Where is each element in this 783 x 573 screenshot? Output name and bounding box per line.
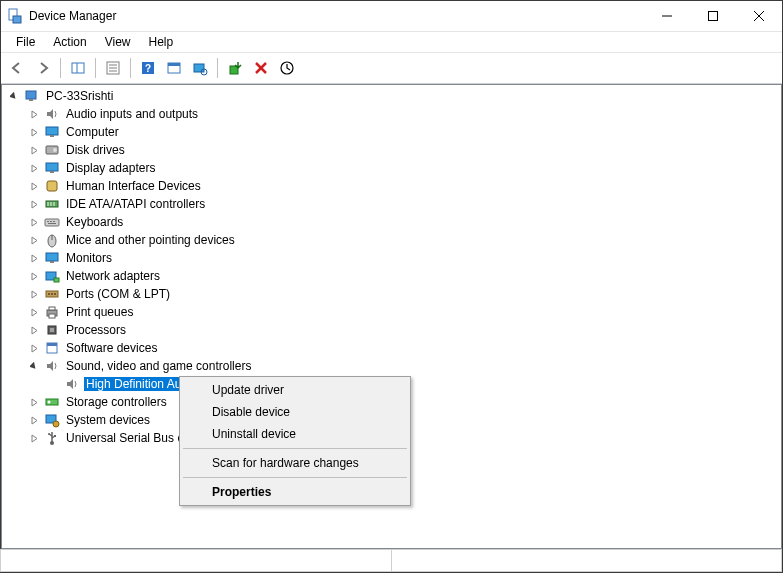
expand-icon[interactable] — [26, 394, 42, 410]
svg-rect-24 — [46, 127, 58, 135]
tree-category-label: Keyboards — [64, 215, 125, 229]
collapse-icon[interactable] — [6, 88, 22, 104]
back-button[interactable] — [5, 56, 29, 80]
monitor-icon — [44, 124, 60, 140]
properties-button[interactable] — [101, 56, 125, 80]
expand-icon[interactable] — [26, 178, 42, 194]
window-title: Device Manager — [29, 9, 116, 23]
expand-icon[interactable] — [26, 340, 42, 356]
tree-category-label: Processors — [64, 323, 128, 337]
svg-rect-43 — [50, 261, 54, 263]
title-bar: Device Manager — [1, 1, 782, 32]
svg-point-48 — [51, 293, 53, 295]
tree-category-audio[interactable]: Audio inputs and outputs — [26, 105, 781, 123]
svg-rect-36 — [47, 221, 49, 222]
menu-help[interactable]: Help — [140, 33, 183, 51]
tree-category-label: IDE ATA/ATAPI controllers — [64, 197, 207, 211]
context-menu-disable[interactable]: Disable device — [182, 401, 408, 423]
tree-category-swdev[interactable]: Software devices — [26, 339, 781, 357]
pc-icon — [24, 88, 40, 104]
menu-file[interactable]: File — [7, 33, 44, 51]
ide-icon — [44, 196, 60, 212]
update-driver-button[interactable] — [223, 56, 247, 80]
context-menu-uninstall[interactable]: Uninstall device — [182, 423, 408, 445]
expand-icon[interactable] — [26, 142, 42, 158]
svg-rect-15 — [168, 63, 180, 66]
tree-category-label: Audio inputs and outputs — [64, 107, 200, 121]
svg-rect-38 — [53, 221, 55, 222]
toolbar: ? — [1, 53, 782, 84]
expand-icon[interactable] — [26, 286, 42, 302]
cpu-icon — [44, 322, 60, 338]
tree-category-disk[interactable]: Disk drives — [26, 141, 781, 159]
svg-rect-30 — [47, 181, 57, 191]
scan-hardware-button[interactable] — [188, 56, 212, 80]
minimize-button[interactable] — [644, 1, 690, 31]
close-button[interactable] — [736, 1, 782, 31]
context-menu-props[interactable]: Properties — [182, 481, 408, 503]
monitor-icon — [44, 250, 60, 266]
mouse-icon — [44, 232, 60, 248]
tree-category-computer[interactable]: Computer — [26, 123, 781, 141]
uninstall-button[interactable] — [249, 56, 273, 80]
tree-category-label: Display adapters — [64, 161, 157, 175]
menu-action[interactable]: Action — [44, 33, 95, 51]
tree-category-cpu[interactable]: Processors — [26, 321, 781, 339]
maximize-button[interactable] — [690, 1, 736, 31]
expand-icon[interactable] — [26, 124, 42, 140]
forward-button[interactable] — [31, 56, 55, 80]
tree-category-mouse[interactable]: Mice and other pointing devices — [26, 231, 781, 249]
tree-category-label: Human Interface Devices — [64, 179, 203, 193]
disable-button[interactable] — [275, 56, 299, 80]
svg-point-49 — [54, 293, 56, 295]
expand-icon[interactable] — [26, 412, 42, 428]
tree-category-label: Software devices — [64, 341, 159, 355]
svg-point-58 — [48, 401, 51, 404]
expander-none — [46, 376, 62, 392]
help-button[interactable]: ? — [136, 56, 160, 80]
menu-view[interactable]: View — [96, 33, 140, 51]
toolbar-separator — [130, 58, 131, 78]
tree-category-ide[interactable]: IDE ATA/ATAPI controllers — [26, 195, 781, 213]
tree-category-display[interactable]: Display adapters — [26, 159, 781, 177]
status-bar — [1, 549, 782, 572]
disk-icon — [44, 142, 60, 158]
speaker-icon — [64, 376, 80, 392]
collapse-icon[interactable] — [26, 358, 42, 374]
expand-icon[interactable] — [26, 214, 42, 230]
expand-icon[interactable] — [26, 322, 42, 338]
tree-category-monitors[interactable]: Monitors — [26, 249, 781, 267]
svg-point-47 — [48, 293, 50, 295]
show-hidden-devices-button[interactable] — [162, 56, 186, 80]
tree-category-label: Storage controllers — [64, 395, 169, 409]
expand-icon[interactable] — [26, 106, 42, 122]
expand-icon[interactable] — [26, 304, 42, 320]
tree-category-ports[interactable]: Ports (COM & LPT) — [26, 285, 781, 303]
expand-icon[interactable] — [26, 196, 42, 212]
svg-point-63 — [48, 433, 50, 435]
svg-rect-51 — [49, 307, 55, 310]
show-hide-console-button[interactable] — [66, 56, 90, 80]
tree-category-print[interactable]: Print queues — [26, 303, 781, 321]
storage-icon — [44, 394, 60, 410]
expand-icon[interactable] — [26, 160, 42, 176]
expand-icon[interactable] — [26, 430, 42, 446]
svg-rect-37 — [50, 221, 52, 222]
svg-point-60 — [53, 421, 59, 427]
tree-device-hda[interactable]: High Definition Audio Device — [46, 375, 781, 393]
svg-rect-28 — [46, 163, 58, 171]
tree-category-network[interactable]: Network adapters — [26, 267, 781, 285]
context-menu-separator — [183, 448, 407, 449]
tree-category-keyboard[interactable]: Keyboards — [26, 213, 781, 231]
svg-rect-25 — [50, 135, 54, 137]
expand-icon[interactable] — [26, 268, 42, 284]
expand-icon[interactable] — [26, 250, 42, 266]
context-menu-update[interactable]: Update driver — [182, 379, 408, 401]
context-menu-scan[interactable]: Scan for hardware changes — [182, 452, 408, 474]
svg-rect-6 — [72, 63, 84, 73]
svg-rect-3 — [709, 12, 718, 21]
tree-category-hid[interactable]: Human Interface Devices — [26, 177, 781, 195]
context-menu-separator — [183, 477, 407, 478]
expand-icon[interactable] — [26, 232, 42, 248]
window-buttons — [644, 1, 782, 31]
